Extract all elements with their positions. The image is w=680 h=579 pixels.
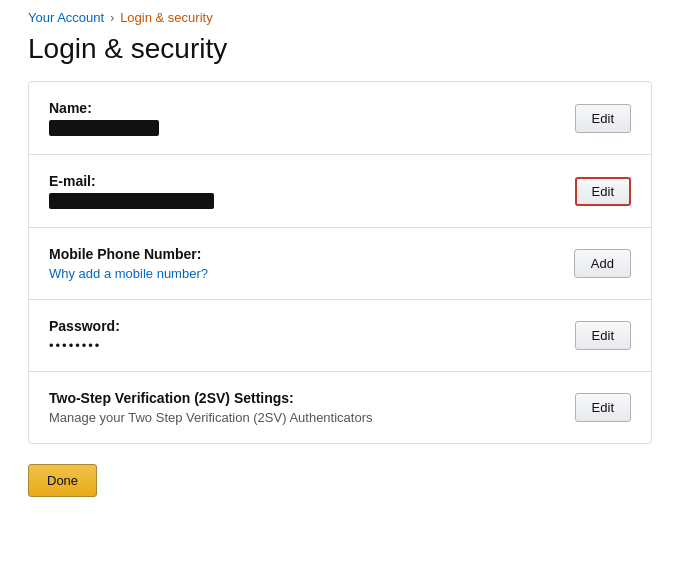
password-edit-button[interactable]: Edit xyxy=(575,321,631,350)
email-label: E-mail: xyxy=(49,173,555,189)
done-button[interactable]: Done xyxy=(28,464,97,497)
settings-card: Name: Edit E-mail: Edit Mobile Phone Num… xyxy=(28,81,652,444)
password-row: Password: •••••••• Edit xyxy=(29,300,651,372)
name-content: Name: xyxy=(49,100,555,136)
2sv-action: Edit xyxy=(575,393,631,422)
email-content: E-mail: xyxy=(49,173,555,209)
password-dots: •••••••• xyxy=(49,338,555,353)
page-title: Login & security xyxy=(28,33,652,65)
email-value xyxy=(49,193,214,209)
mobile-add-button[interactable]: Add xyxy=(574,249,631,278)
2sv-content: Two-Step Verification (2SV) Settings: Ma… xyxy=(49,390,555,425)
2sv-row: Two-Step Verification (2SV) Settings: Ma… xyxy=(29,372,651,443)
2sv-description: Manage your Two Step Verification (2SV) … xyxy=(49,410,555,425)
mobile-content: Mobile Phone Number: Why add a mobile nu… xyxy=(49,246,554,281)
breadcrumb-current: Login & security xyxy=(120,10,213,25)
name-row: Name: Edit xyxy=(29,82,651,155)
password-label: Password: xyxy=(49,318,555,334)
mobile-action: Add xyxy=(574,249,631,278)
email-action: Edit xyxy=(575,177,631,206)
name-edit-button[interactable]: Edit xyxy=(575,104,631,133)
mobile-row: Mobile Phone Number: Why add a mobile nu… xyxy=(29,228,651,300)
password-action: Edit xyxy=(575,321,631,350)
2sv-label: Two-Step Verification (2SV) Settings: xyxy=(49,390,555,406)
password-content: Password: •••••••• xyxy=(49,318,555,353)
mobile-label: Mobile Phone Number: xyxy=(49,246,554,262)
breadcrumb-separator: › xyxy=(110,11,114,25)
name-action: Edit xyxy=(575,104,631,133)
2sv-edit-button[interactable]: Edit xyxy=(575,393,631,422)
name-label: Name: xyxy=(49,100,555,116)
mobile-link[interactable]: Why add a mobile number? xyxy=(49,266,554,281)
email-edit-button[interactable]: Edit xyxy=(575,177,631,206)
name-value xyxy=(49,120,159,136)
breadcrumb-account-link[interactable]: Your Account xyxy=(28,10,104,25)
breadcrumb: Your Account › Login & security xyxy=(28,0,652,33)
email-row: E-mail: Edit xyxy=(29,155,651,228)
